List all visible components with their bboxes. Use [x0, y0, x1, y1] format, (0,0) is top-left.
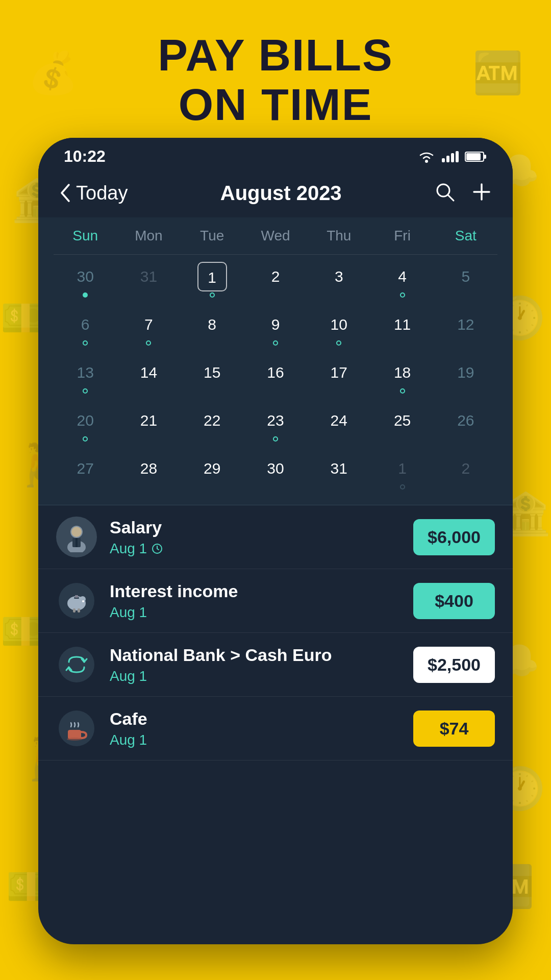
svg-point-10	[71, 527, 82, 537]
cal-day-18[interactable]: 18	[370, 351, 434, 399]
cal-day-4[interactable]: 4	[370, 255, 434, 303]
cal-day-30[interactable]: 30	[244, 447, 307, 495]
cal-day-1-aug[interactable]: 1	[181, 255, 244, 303]
cal-day-3[interactable]: 3	[307, 255, 370, 303]
status-time: 10:22	[64, 147, 106, 166]
national-bank-info: National Bank > Cash Euro Aug 1	[110, 645, 400, 684]
calendar-section: Sun Mon Tue Wed Thu Fri Sat 30 31 1	[38, 217, 513, 505]
national-bank-date: Aug 1	[110, 668, 400, 684]
cal-day-22[interactable]: 22	[181, 399, 244, 447]
plus-icon	[471, 181, 492, 203]
cal-day-30-prev[interactable]: 30	[54, 255, 117, 303]
cal-day-9[interactable]: 9	[244, 303, 307, 351]
day-headers: Sun Mon Tue Wed Thu Fri Sat	[54, 217, 497, 255]
transaction-cafe[interactable]: Cafe Aug 1 $74	[38, 697, 513, 761]
search-button[interactable]	[434, 181, 456, 205]
cal-day-11[interactable]: 11	[370, 303, 434, 351]
search-icon	[434, 181, 456, 203]
national-bank-name: National Bank > Cash Euro	[110, 645, 400, 665]
add-button[interactable]	[471, 181, 492, 205]
cal-day-6[interactable]: 6	[54, 303, 117, 351]
svg-rect-12	[76, 538, 78, 547]
svg-rect-3	[466, 153, 481, 160]
cal-day-25[interactable]: 25	[370, 399, 434, 447]
header-actions	[434, 181, 492, 205]
interest-name: Interest income	[110, 581, 400, 601]
clock-icon	[151, 543, 163, 555]
cal-day-7[interactable]: 7	[117, 303, 180, 351]
transaction-interest[interactable]: Interest income Aug 1 $400	[38, 569, 513, 633]
svg-rect-18	[73, 608, 76, 612]
cal-day-29[interactable]: 29	[181, 447, 244, 495]
cal-day-21[interactable]: 21	[117, 399, 180, 447]
cal-day-12[interactable]: 12	[434, 303, 497, 351]
svg-rect-21	[75, 595, 78, 598]
cal-day-20[interactable]: 20	[54, 399, 117, 447]
cafe-name: Cafe	[110, 709, 400, 729]
cal-day-1-sep[interactable]: 1	[370, 447, 434, 495]
salary-icon	[56, 517, 97, 557]
calendar-grid: 30 31 1 2 3 4	[54, 255, 497, 495]
cafe-info: Cafe Aug 1	[110, 709, 400, 748]
battery-icon	[465, 151, 487, 163]
interest-icon	[56, 580, 97, 621]
transaction-salary[interactable]: Salary Aug 1 $6,000	[38, 505, 513, 569]
interest-date: Aug 1	[110, 604, 400, 621]
phone-frame: 10:22	[38, 138, 513, 944]
cal-day-8[interactable]: 8	[181, 303, 244, 351]
salary-name: Salary	[110, 518, 400, 537]
cal-day-2[interactable]: 2	[244, 255, 307, 303]
cal-day-27[interactable]: 27	[54, 447, 117, 495]
cal-day-24[interactable]: 24	[307, 399, 370, 447]
svg-rect-19	[78, 608, 80, 612]
svg-point-25	[67, 738, 82, 741]
day-header-sun: Sun	[54, 223, 117, 249]
cal-day-14[interactable]: 14	[117, 351, 180, 399]
status-icons	[417, 150, 487, 163]
cal-day-10[interactable]: 10	[307, 303, 370, 351]
back-button[interactable]: Today	[59, 182, 128, 204]
wifi-icon	[417, 150, 436, 163]
cal-day-26[interactable]: 26	[434, 399, 497, 447]
day-header-sat: Sat	[434, 223, 497, 249]
cal-day-13[interactable]: 13	[54, 351, 117, 399]
transactions-section: Salary Aug 1 $6,000	[38, 505, 513, 761]
transaction-national-bank[interactable]: National Bank > Cash Euro Aug 1 $2,500	[38, 633, 513, 697]
cafe-amount: $74	[413, 710, 495, 747]
national-bank-icon	[56, 644, 97, 685]
svg-point-20	[82, 600, 84, 602]
salary-info: Salary Aug 1	[110, 518, 400, 557]
cal-day-16[interactable]: 16	[244, 351, 307, 399]
cal-day-28[interactable]: 28	[117, 447, 180, 495]
cal-day-5[interactable]: 5	[434, 255, 497, 303]
page-title: PAY BILLS ON TIME	[0, 31, 551, 130]
cal-day-31[interactable]: 31	[307, 447, 370, 495]
cal-day-23[interactable]: 23	[244, 399, 307, 447]
day-header-thu: Thu	[307, 223, 370, 249]
cafe-date: Aug 1	[110, 732, 400, 748]
interest-info: Interest income Aug 1	[110, 581, 400, 621]
day-header-mon: Mon	[117, 223, 180, 249]
salary-date: Aug 1	[110, 541, 400, 557]
svg-point-0	[425, 160, 428, 163]
cal-day-15[interactable]: 15	[181, 351, 244, 399]
national-bank-amount: $2,500	[413, 647, 495, 683]
svg-rect-2	[484, 155, 486, 159]
back-chevron-icon	[59, 183, 71, 203]
cal-day-2-sep[interactable]: 2	[434, 447, 497, 495]
svg-line-5	[448, 195, 454, 201]
day-header-tue: Tue	[181, 223, 244, 249]
cal-day-17[interactable]: 17	[307, 351, 370, 399]
day-header-wed: Wed	[244, 223, 307, 249]
day-header-fri: Fri	[370, 223, 434, 249]
svg-point-23	[59, 710, 94, 746]
svg-point-22	[59, 647, 94, 682]
cafe-icon	[56, 708, 97, 749]
interest-amount: $400	[413, 583, 495, 619]
cal-day-31-prev[interactable]: 31	[117, 255, 180, 303]
month-title: August 2023	[220, 182, 342, 205]
app-header: Today August 2023	[38, 171, 513, 217]
cal-day-19[interactable]: 19	[434, 351, 497, 399]
salary-amount: $6,000	[413, 519, 495, 555]
status-bar: 10:22	[38, 138, 513, 171]
